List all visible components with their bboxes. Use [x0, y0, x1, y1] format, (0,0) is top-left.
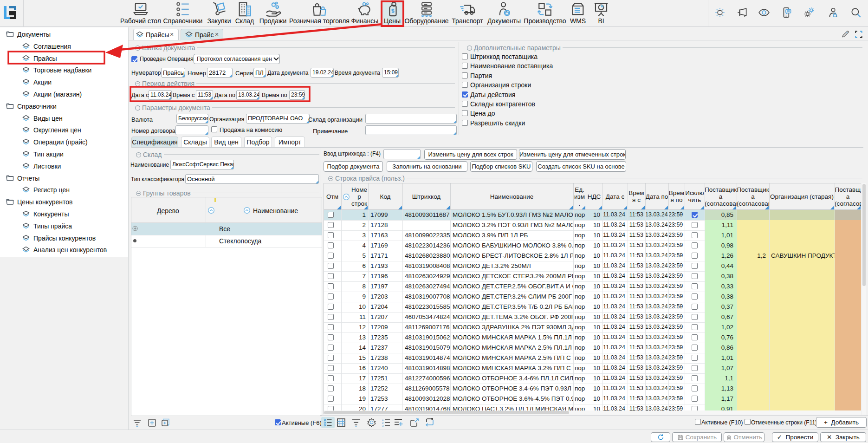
svg-text:2: 2: [382, 422, 384, 424]
svg-text:3: 3: [382, 424, 384, 427]
svg-text:1: 1: [382, 418, 384, 421]
